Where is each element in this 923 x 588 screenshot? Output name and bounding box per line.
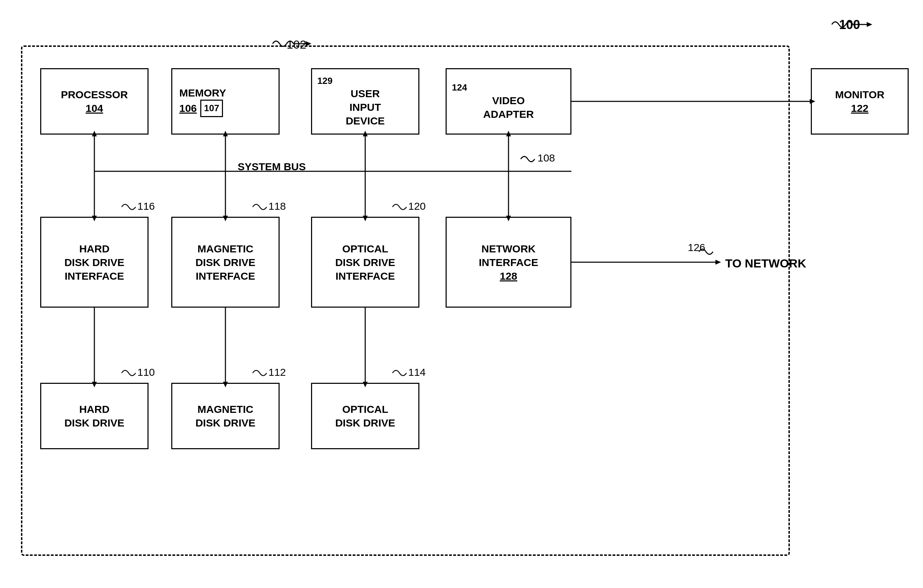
magnetic-interface-line2: DISK DRIVE (195, 256, 256, 269)
memory-inner-ref: 107 (204, 102, 219, 114)
optical-interface-line2: DISK DRIVE (335, 256, 395, 269)
user-input-ref-label: 129 (312, 75, 332, 87)
diagram-container: 100 102 PROCESSOR 104 MEMORY 106 107 129… (0, 0, 923, 588)
video-adapter-line2: ADAPTER (483, 107, 534, 121)
memory-ref: 106 (179, 101, 197, 115)
optical-interface-line1: OPTICAL (342, 242, 388, 256)
svg-marker-1 (867, 22, 872, 27)
monitor-ref: 122 (851, 101, 869, 115)
user-input-line3: DEVICE (346, 114, 385, 128)
processor-ref: 104 (85, 101, 103, 115)
system-bus-label: SYSTEM BUS (238, 161, 306, 173)
optical-interface-line3: INTERFACE (335, 269, 395, 283)
memory-box: MEMORY 106 107 (171, 68, 279, 135)
hard-disk-interface-line3: INTERFACE (65, 269, 124, 283)
ref-100-label: 100 (839, 18, 860, 32)
video-adapter-line1: VIDEO (492, 94, 525, 107)
monitor-box: MONITOR 122 (811, 68, 909, 135)
magnetic-drive-box: MAGNETIC DISK DRIVE (171, 383, 279, 449)
optical-drive-line1: OPTICAL (342, 402, 388, 416)
network-interface-line2: INTERFACE (479, 256, 538, 269)
magnetic-drive-line2: DISK DRIVE (195, 416, 256, 430)
video-adapter-box: 124 VIDEO ADAPTER (446, 68, 572, 135)
hard-disk-drive-line2: DISK DRIVE (64, 416, 125, 430)
user-input-line1: USER (351, 87, 379, 100)
hard-disk-interface-box: HARD DISK DRIVE INTERFACE (40, 217, 149, 308)
optical-interface-box: OPTICAL DISK DRIVE INTERFACE (311, 217, 419, 308)
hard-disk-drive-box: HARD DISK DRIVE (40, 383, 149, 449)
magnetic-interface-box: MAGNETIC DISK DRIVE INTERFACE (171, 217, 279, 308)
hard-disk-drive-line1: HARD (79, 402, 110, 416)
user-input-box: 129 USER INPUT DEVICE (311, 68, 419, 135)
memory-label: MEMORY (179, 86, 226, 100)
monitor-label: MONITOR (835, 88, 884, 101)
magnetic-interface-line1: MAGNETIC (197, 242, 253, 256)
network-interface-line1: NETWORK (481, 242, 536, 256)
processor-label: PROCESSOR (61, 88, 128, 101)
ref-102-label: 102 (287, 38, 307, 51)
optical-drive-box: OPTICAL DISK DRIVE (311, 383, 419, 449)
network-interface-box: NETWORK INTERFACE 128 (446, 217, 572, 308)
video-adapter-ref-label: 124 (447, 82, 467, 94)
magnetic-drive-line1: MAGNETIC (197, 402, 253, 416)
magnetic-interface-line3: INTERFACE (196, 269, 255, 283)
network-interface-ref: 128 (500, 269, 517, 283)
processor-box: PROCESSOR 104 (40, 68, 149, 135)
hard-disk-interface-line1: HARD (79, 242, 110, 256)
optical-drive-line2: DISK DRIVE (335, 416, 395, 430)
user-input-line2: INPUT (350, 100, 381, 114)
hard-disk-interface-line2: DISK DRIVE (64, 256, 125, 269)
